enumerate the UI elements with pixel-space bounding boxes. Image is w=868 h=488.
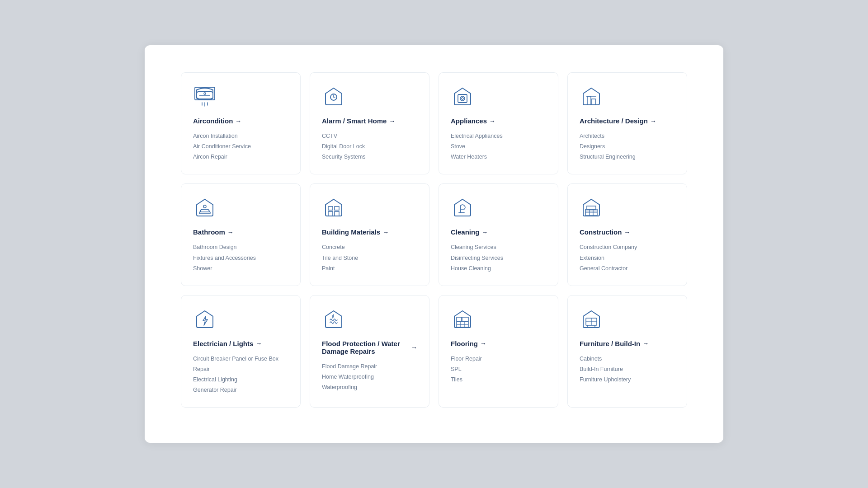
arrow-icon: → bbox=[255, 340, 262, 347]
aircondition-title: Aircondition → bbox=[193, 117, 288, 125]
flooring-title: Flooring → bbox=[451, 340, 546, 347]
bathroom-title: Bathroom → bbox=[193, 228, 288, 236]
bathroom-item-2: Shower bbox=[193, 263, 288, 274]
svg-rect-10 bbox=[592, 99, 595, 105]
card-appliances[interactable]: Appliances →Electrical AppliancesStoveWa… bbox=[439, 72, 558, 174]
flooring-item-0: Floor Repair bbox=[451, 354, 546, 364]
svg-rect-15 bbox=[335, 206, 339, 210]
svg-rect-12 bbox=[199, 212, 210, 214]
electrician-lights-icon bbox=[193, 308, 217, 332]
alarm-smart-home-item-0: CCTV bbox=[322, 131, 417, 141]
card-alarm-smart-home[interactable]: Alarm / Smart Home →CCTVDigital Door Loc… bbox=[310, 72, 429, 174]
svg-rect-14 bbox=[328, 206, 333, 210]
furniture-buildin-item-0: Cabinets bbox=[580, 354, 675, 364]
card-flooring[interactable]: Flooring →Floor RepairSPLTiles bbox=[439, 295, 558, 408]
alarm-smart-home-item-2: Security Systems bbox=[322, 152, 417, 162]
arrow-icon: → bbox=[650, 117, 656, 125]
bathroom-icon bbox=[193, 197, 217, 220]
flooring-item-2: Tiles bbox=[451, 375, 546, 385]
architecture-design-item-2: Structural Engineering bbox=[580, 152, 675, 162]
building-materials-item-2: Paint bbox=[322, 263, 417, 274]
furniture-buildin-icon bbox=[580, 308, 603, 332]
arrow-icon: → bbox=[411, 344, 417, 351]
cleaning-item-2: House Cleaning bbox=[451, 263, 546, 274]
furniture-buildin-item-2: Furniture Upholstery bbox=[580, 375, 675, 385]
card-architecture-design[interactable]: Architecture / Design →ArchitectsDesigne… bbox=[567, 72, 687, 174]
appliances-title: Appliances → bbox=[451, 117, 546, 125]
aircondition-item-1: Air Conditioner Service bbox=[193, 141, 288, 152]
svg-rect-16 bbox=[328, 211, 333, 216]
svg-point-7 bbox=[460, 96, 465, 101]
construction-item-1: Extension bbox=[580, 253, 675, 263]
category-grid: Aircondition →Aircon InstallationAir Con… bbox=[181, 72, 687, 408]
svg-point-13 bbox=[203, 205, 206, 208]
card-bathroom[interactable]: Bathroom →Bathroom DesignFixtures and Ac… bbox=[181, 183, 301, 286]
flooring-icon bbox=[451, 308, 474, 332]
appliances-icon bbox=[451, 85, 474, 109]
building-materials-item-0: Concrete bbox=[322, 242, 417, 253]
bathroom-item-0: Bathroom Design bbox=[193, 242, 288, 253]
flood-protection-item-2: Waterproofing bbox=[322, 382, 417, 393]
arrow-icon: → bbox=[642, 340, 649, 347]
electrician-lights-item-0: Circuit Breaker Panel or Fuse Box Repair bbox=[193, 354, 288, 375]
cleaning-title: Cleaning → bbox=[451, 228, 546, 236]
arrow-icon: → bbox=[480, 340, 486, 347]
alarm-smart-home-icon bbox=[322, 85, 345, 109]
flood-protection-item-1: Home Waterproofing bbox=[322, 372, 417, 382]
aircondition-icon bbox=[193, 85, 217, 109]
arrow-icon: → bbox=[389, 117, 395, 125]
arrow-icon: → bbox=[227, 229, 234, 236]
arrow-icon: → bbox=[489, 117, 495, 125]
svg-rect-28 bbox=[457, 317, 462, 321]
arrow-icon: → bbox=[624, 229, 630, 236]
bathroom-item-1: Fixtures and Accessories bbox=[193, 253, 288, 263]
construction-icon bbox=[580, 197, 603, 220]
svg-rect-6 bbox=[458, 94, 467, 103]
card-electrician-lights[interactable]: Electrician / Lights →Circuit Breaker Pa… bbox=[181, 295, 301, 408]
building-materials-icon bbox=[322, 197, 345, 220]
arrow-icon: → bbox=[235, 117, 241, 125]
architecture-design-item-0: Architects bbox=[580, 131, 675, 141]
card-building-materials[interactable]: Building Materials →ConcreteTile and Sto… bbox=[310, 183, 429, 286]
building-materials-title: Building Materials → bbox=[322, 228, 417, 236]
card-flood-protection[interactable]: Flood Protection / Water Damage Repairs … bbox=[310, 295, 429, 408]
construction-item-2: General Contractor bbox=[580, 263, 675, 274]
card-aircondition[interactable]: Aircondition →Aircon InstallationAir Con… bbox=[181, 72, 301, 174]
building-materials-item-1: Tile and Stone bbox=[322, 253, 417, 263]
svg-point-8 bbox=[462, 98, 463, 99]
card-furniture-buildin[interactable]: Furniture / Build-In →CabinetsBuild-In F… bbox=[567, 295, 687, 408]
cleaning-item-0: Cleaning Services bbox=[451, 242, 546, 253]
page-container: Aircondition →Aircon InstallationAir Con… bbox=[145, 45, 723, 443]
svg-rect-17 bbox=[335, 211, 339, 216]
appliances-item-2: Water Heaters bbox=[451, 152, 546, 162]
architecture-design-title: Architecture / Design → bbox=[580, 117, 675, 125]
construction-title: Construction → bbox=[580, 228, 675, 236]
architecture-design-item-1: Designers bbox=[580, 141, 675, 152]
construction-item-0: Construction Company bbox=[580, 242, 675, 253]
electrician-lights-title: Electrician / Lights → bbox=[193, 340, 288, 347]
svg-point-2 bbox=[204, 93, 206, 94]
card-construction[interactable]: Construction →Construction CompanyExtens… bbox=[567, 183, 687, 286]
cleaning-icon bbox=[451, 197, 474, 220]
cleaning-item-1: Disinfecting Services bbox=[451, 253, 546, 263]
flooring-item-1: SPL bbox=[451, 364, 546, 375]
furniture-buildin-title: Furniture / Build-In → bbox=[580, 340, 675, 347]
flood-protection-item-0: Flood Damage Repair bbox=[322, 361, 417, 372]
svg-rect-9 bbox=[587, 96, 591, 105]
furniture-buildin-item-1: Build-In Furniture bbox=[580, 364, 675, 375]
flood-protection-title: Flood Protection / Water Damage Repairs … bbox=[322, 340, 417, 355]
electrician-lights-item-2: Generator Repair bbox=[193, 385, 288, 395]
alarm-smart-home-title: Alarm / Smart Home → bbox=[322, 117, 417, 125]
electrician-lights-item-1: Electrical Lighting bbox=[193, 375, 288, 385]
appliances-item-1: Stove bbox=[451, 141, 546, 152]
architecture-design-icon bbox=[580, 85, 603, 109]
alarm-smart-home-item-1: Digital Door Lock bbox=[322, 141, 417, 152]
card-cleaning[interactable]: Cleaning →Cleaning ServicesDisinfecting … bbox=[439, 183, 558, 286]
svg-rect-18 bbox=[585, 209, 597, 216]
aircondition-item-2: Aircon Repair bbox=[193, 152, 288, 162]
flood-protection-icon bbox=[322, 308, 345, 332]
appliances-item-0: Electrical Appliances bbox=[451, 131, 546, 141]
arrow-icon: → bbox=[382, 229, 389, 236]
svg-rect-29 bbox=[462, 317, 468, 321]
aircondition-item-0: Aircon Installation bbox=[193, 131, 288, 141]
